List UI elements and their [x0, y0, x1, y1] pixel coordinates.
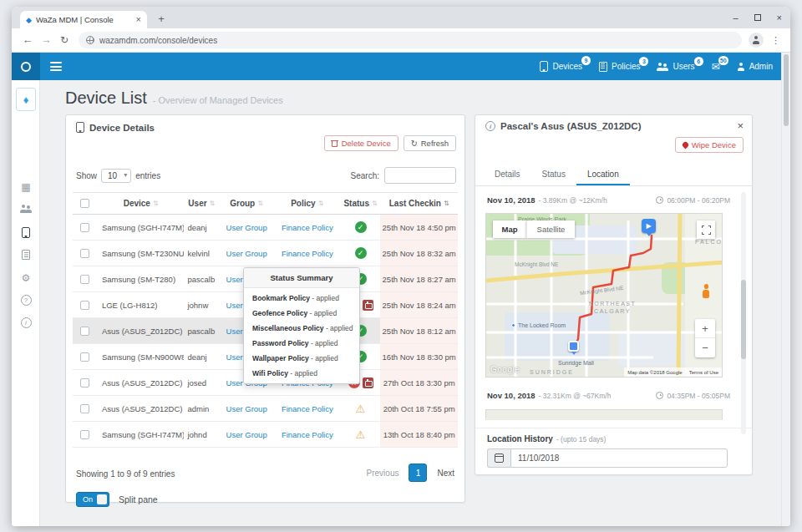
row-checkbox[interactable]	[80, 275, 89, 284]
policy-link[interactable]: Finance Policy	[274, 215, 341, 240]
group-link[interactable]: User Group	[219, 215, 274, 240]
header-nav-admin[interactable]: Admin	[737, 62, 773, 71]
header-checkbox[interactable]	[73, 199, 98, 208]
status-ok-icon[interactable]: ✓	[355, 247, 367, 259]
back-button[interactable]: ←	[18, 28, 37, 52]
page-1-button[interactable]: 1	[409, 464, 427, 482]
scrollbar-thumb[interactable]	[741, 280, 746, 359]
scrollbar-thumb[interactable]	[784, 54, 789, 126]
status-warning-icon[interactable]: ⚠	[356, 428, 366, 441]
reload-button[interactable]: ↻	[55, 28, 74, 52]
new-tab-button[interactable]: +	[154, 12, 169, 27]
header-nav-devices[interactable]: Devices 9	[540, 61, 582, 72]
sidebar-item-dashboard[interactable]: ▦	[12, 182, 40, 192]
group-link[interactable]: User Group	[219, 422, 274, 447]
status-cell[interactable]: ✓	[341, 215, 381, 240]
close-panel-icon[interactable]: ×	[737, 119, 744, 132]
status-cell[interactable]: ⚠	[341, 422, 381, 447]
status-warning-icon[interactable]: ⚠	[356, 403, 366, 415]
column-user[interactable]: User⇅	[184, 199, 219, 208]
map-type-button[interactable]: Map	[493, 220, 526, 238]
timeline-entry[interactable]: Nov 10, 2018 - 32.31Km @ ~67Km/h 04:35PM…	[487, 391, 730, 400]
column-group[interactable]: Group⇅	[219, 199, 274, 208]
tab-details[interactable]: Details	[484, 164, 531, 185]
window-close-button[interactable]: ×	[777, 13, 782, 23]
select-all-checkbox[interactable]	[80, 199, 89, 208]
terms-link[interactable]: Terms of Use	[689, 370, 718, 375]
location-map[interactable]: Prairie Winds Park FALCON McKnight Blvd …	[485, 213, 723, 377]
status-cell[interactable]: ⚠	[341, 396, 381, 421]
policy-link[interactable]: Finance Policy	[274, 396, 341, 421]
location-history-date-control	[487, 448, 728, 468]
split-pane-toggle[interactable]: On	[76, 492, 109, 507]
column-policy[interactable]: Policy⇅	[274, 199, 341, 208]
sidebar-item-help[interactable]: ?	[12, 295, 40, 306]
tab-status[interactable]: Status	[531, 164, 576, 185]
header-nav-users[interactable]: Users 6	[657, 62, 694, 71]
status-ok-icon[interactable]: ✓	[355, 221, 367, 233]
group-link[interactable]: User Group	[219, 241, 274, 266]
header-nav-messages[interactable]: ✉ 50	[712, 61, 720, 73]
sidebar-item-devices[interactable]	[12, 227, 40, 238]
header-nav-policies[interactable]: Policies 3	[599, 62, 640, 72]
column-status[interactable]: Status⇅	[341, 199, 381, 208]
maximize-button[interactable]	[754, 14, 761, 21]
route-end-marker-icon[interactable]	[568, 341, 579, 352]
wipe-device-button[interactable]: Wipe Device	[675, 137, 744, 153]
group-link[interactable]: User Group	[219, 396, 274, 421]
browser-tab[interactable]: ◆ WaZa MDM | Console ×	[20, 11, 147, 28]
policy-link[interactable]: Finance Policy	[274, 422, 341, 447]
sidebar-item-policies[interactable]	[12, 250, 40, 260]
row-checkbox[interactable]	[80, 327, 89, 336]
kiosk-icon[interactable]	[363, 377, 373, 388]
last-checkin: 27th Oct 18 3:30 pm	[380, 370, 458, 395]
next-page-button[interactable]: Next	[437, 469, 454, 478]
row-checkbox[interactable]	[80, 249, 89, 258]
forward-button[interactable]: →	[37, 28, 55, 52]
app-logo[interactable]	[12, 53, 40, 80]
profile-avatar[interactable]	[749, 33, 764, 48]
date-input[interactable]	[510, 448, 728, 468]
column-last-checkin[interactable]: Last Checkin⇅	[380, 199, 458, 208]
timeline-entry[interactable]: Nov 10, 2018 - 3.89Km @ ~12Km/h 06:00PM …	[487, 195, 730, 205]
address-bar[interactable]: wazamdm.com/console/devices	[79, 32, 742, 48]
sidebar-logo[interactable]: ♦	[16, 88, 36, 111]
sidebar-item-settings[interactable]: ⚙	[12, 272, 40, 284]
search-input[interactable]	[384, 167, 456, 184]
row-checkbox[interactable]	[80, 430, 89, 439]
row-checkbox[interactable]	[80, 301, 89, 310]
zoom-in-button[interactable]: +	[695, 319, 715, 338]
sidebar-item-users[interactable]	[12, 205, 40, 213]
previous-page-button[interactable]: Previous	[367, 469, 399, 478]
pegman-icon[interactable]	[702, 284, 710, 298]
table-row[interactable]: Samsung (SGH-I747M) deanj User Group Fin…	[73, 215, 458, 241]
table-row[interactable]: Samsung (SM-T230NU) kelvinl User Group F…	[73, 241, 458, 266]
kiosk-icon[interactable]	[363, 300, 373, 311]
panel-scrollbar[interactable]	[741, 192, 746, 434]
satellite-type-button[interactable]: Satellite	[526, 220, 575, 238]
row-checkbox[interactable]	[80, 352, 89, 362]
minimize-button[interactable]: –	[733, 13, 738, 23]
refresh-button[interactable]: ↻ Refresh	[404, 135, 456, 151]
policy-link[interactable]: Finance Policy	[274, 241, 341, 266]
row-checkbox[interactable]	[80, 404, 89, 413]
fullscreen-button[interactable]	[697, 220, 715, 239]
tab-close-icon[interactable]: ×	[136, 15, 141, 24]
row-checkbox[interactable]	[80, 223, 89, 232]
sidebar-item-info[interactable]: i	[12, 317, 40, 328]
site-info-icon[interactable]	[86, 36, 94, 44]
zoom-out-button[interactable]: −	[695, 338, 715, 357]
delete-device-button[interactable]: Delete Device	[324, 135, 398, 151]
tab-location[interactable]: Location	[576, 164, 630, 185]
table-row[interactable]: Samsung (SGH-I747M) johnd User Group Fin…	[73, 422, 458, 448]
calendar-button[interactable]	[487, 448, 510, 468]
page-length-select[interactable]: 10	[101, 169, 131, 183]
page-scrollbar[interactable]	[781, 53, 790, 526]
hamburger-menu-icon[interactable]	[50, 62, 62, 71]
row-checkbox[interactable]	[80, 378, 89, 388]
column-device[interactable]: Device⇅	[98, 199, 185, 208]
browser-menu-icon[interactable]: ⋮	[771, 28, 780, 52]
location-pin-icon[interactable]: ▶	[642, 219, 656, 233]
table-row[interactable]: Asus (ASUS_Z012DC) admin User Group Fina…	[73, 396, 458, 422]
status-cell[interactable]: ✓	[341, 241, 381, 266]
